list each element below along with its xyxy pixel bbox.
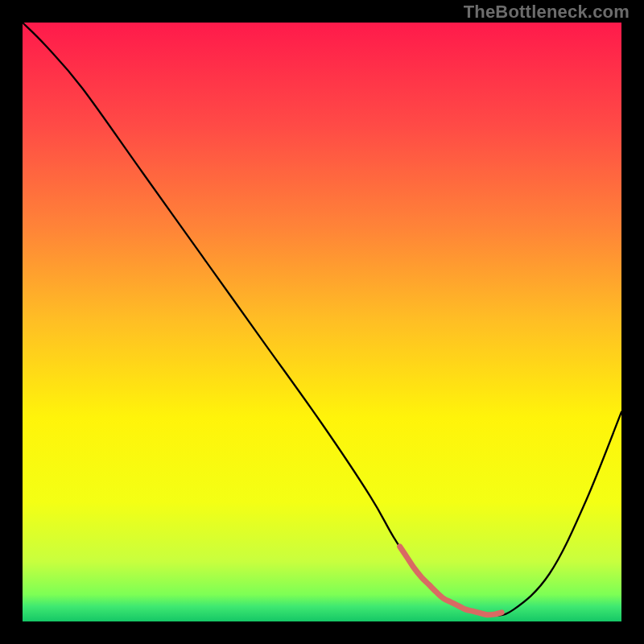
chart-container: TheBottleneck.com [0, 0, 644, 644]
plot-area [23, 23, 621, 621]
watermark-text: TheBottleneck.com [464, 2, 630, 23]
highlight-segment [400, 547, 502, 615]
bottleneck-curve [23, 23, 621, 616]
curve-layer [23, 23, 621, 621]
